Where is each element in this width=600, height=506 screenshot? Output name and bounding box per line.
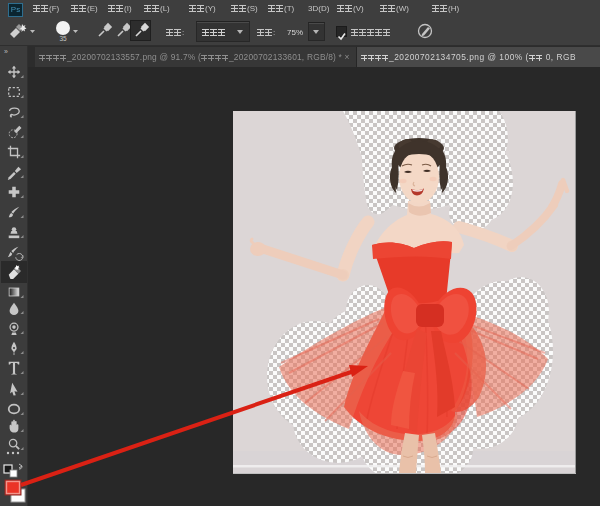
svg-text:35: 35 bbox=[59, 35, 67, 42]
